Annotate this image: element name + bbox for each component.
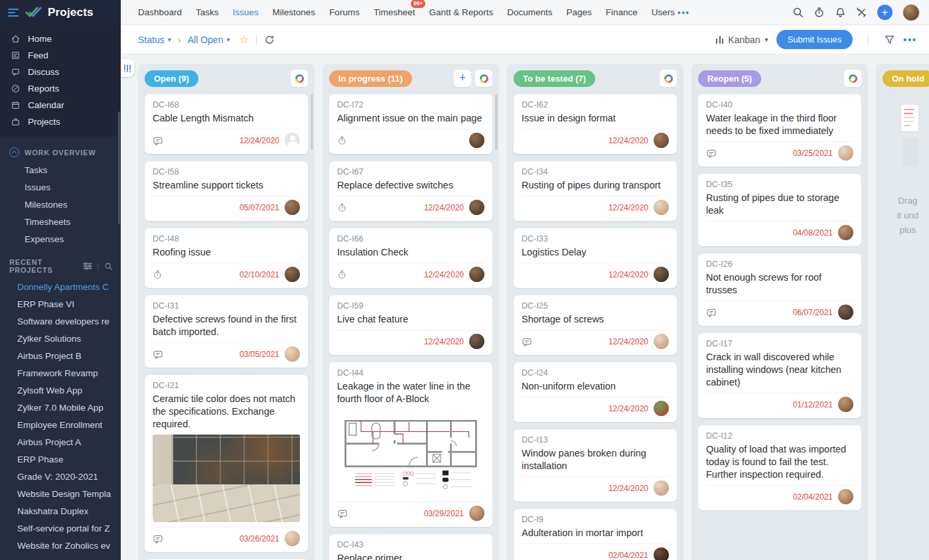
issue-card[interactable]: DC-I66 Insulation Check (329, 228, 492, 288)
nav-item[interactable]: Issues (232, 5, 260, 20)
nav-item[interactable]: Gantt & Reports (427, 5, 494, 20)
recent-project-item[interactable]: Airbus Project B (0, 347, 121, 364)
comment-icon[interactable] (706, 307, 717, 318)
tile-photo-attachment[interactable] (153, 435, 300, 522)
favorite-star-icon[interactable]: ☆ (239, 33, 248, 46)
timer-icon[interactable] (337, 202, 347, 212)
issue-card[interactable]: DC-I21 Ceramic tile color does not match… (145, 375, 308, 552)
sidebar-sub-item[interactable]: Issues (0, 178, 121, 196)
sidebar-sub-item[interactable]: Timesheets (0, 213, 121, 230)
nav-item[interactable]: Timesheet 99+ (372, 5, 417, 20)
column-scrollbar[interactable] (495, 94, 498, 150)
issue-card[interactable]: DC-I43 Replace primer (329, 534, 492, 560)
issue-card[interactable]: DC-I26 Not enough screws for roof trusse… (698, 253, 861, 326)
sidebar-item-projects[interactable]: Projects (0, 113, 121, 130)
assignee-avatar[interactable] (654, 133, 669, 148)
sidebar-item-feed[interactable]: Feed (0, 47, 121, 64)
issue-card[interactable]: DC-I67 Replace defective switches (329, 161, 492, 221)
assignee-avatar[interactable] (469, 334, 484, 349)
column-status-pill[interactable]: In progress (11) (329, 70, 412, 87)
quick-add-button[interactable]: + (877, 5, 893, 20)
issue-card[interactable]: DC-I35 Rusting of pipes due to storage l… (698, 174, 861, 246)
assignee-avatar[interactable] (838, 305, 853, 320)
issue-card[interactable]: DC-I33 Logistics Delay (514, 228, 677, 288)
filter-funnel-icon[interactable] (884, 35, 895, 45)
recent-project-item[interactable]: Self-service portal for Z (0, 520, 121, 537)
recent-project-item[interactable]: Website for Zoholics ev (0, 537, 121, 554)
column-refresh-button[interactable] (475, 70, 492, 87)
comment-icon[interactable] (337, 508, 348, 519)
issue-card[interactable]: DC-I68 Cable Length Mismatch (145, 94, 308, 154)
nav-item[interactable]: Users (650, 5, 676, 20)
assignee-avatar[interactable] (838, 225, 853, 240)
user-avatar[interactable] (902, 4, 920, 21)
column-scrollbar[interactable] (311, 94, 313, 150)
nav-item[interactable]: Forums (328, 5, 361, 20)
sidebar-item-discuss[interactable]: Discuss (0, 64, 121, 80)
comment-icon[interactable] (153, 533, 163, 544)
nav-item[interactable]: Milestones (271, 5, 317, 20)
sidebar-sub-item[interactable]: Expenses (0, 230, 121, 247)
tools-icon[interactable] (856, 7, 867, 18)
assignee-avatar[interactable] (285, 133, 300, 148)
assignee-avatar[interactable] (654, 480, 669, 496)
assignee-avatar[interactable] (469, 267, 484, 282)
issue-card[interactable]: DC-I40 Water leakage in the third floor … (698, 94, 861, 167)
issue-card[interactable]: DC-I59 Live chat feature (329, 295, 492, 355)
recent-project-item[interactable]: Website Design Templa (0, 485, 121, 502)
assignee-avatar[interactable] (838, 145, 853, 161)
nav-more-icon[interactable]: ••• (678, 7, 689, 17)
assignee-avatar[interactable] (654, 267, 669, 282)
submit-issues-button[interactable]: Submit Issues (776, 30, 853, 49)
breadcrumb-filter-dropdown[interactable]: All Open▾ (188, 35, 230, 45)
issue-card[interactable]: DC-I48 Roofing issue (145, 228, 308, 288)
search-icon[interactable] (792, 7, 804, 18)
nav-item[interactable]: Finance (605, 5, 639, 20)
sidebar-scrollbar[interactable] (118, 111, 120, 224)
sidebar-item-home[interactable]: Home (0, 31, 121, 47)
sidebar-sub-item[interactable]: Milestones (0, 196, 121, 213)
sidebar-sub-item[interactable]: Tasks (0, 161, 121, 178)
nav-item[interactable]: Documents (506, 5, 553, 20)
view-mode-dropdown[interactable]: Kanban ▾ (716, 35, 768, 45)
recent-project-item[interactable]: Airbus Project A (0, 433, 121, 451)
nav-item[interactable]: Tasks (194, 5, 220, 20)
issue-card[interactable]: DC-I31 Defective screws found in the fir… (145, 295, 308, 368)
recent-project-item[interactable]: Donnelly Apartments C (0, 278, 121, 295)
issue-card[interactable]: DC-I34 Rusting of pipes during transport (514, 161, 677, 221)
column-refresh-button[interactable] (844, 70, 861, 87)
assignee-avatar[interactable] (285, 346, 300, 362)
recent-project-item[interactable]: Nexus Language Hub (0, 554, 121, 560)
issue-card[interactable]: DC-I12 Quality of load that was imported… (698, 425, 861, 510)
issue-card[interactable]: DC-I17 Crack in wall discovered while in… (698, 333, 861, 418)
sidebar-item-reports[interactable]: Reports (0, 80, 121, 97)
assignee-avatar[interactable] (838, 397, 853, 412)
nav-item[interactable]: Dashboard (137, 5, 183, 20)
nav-item[interactable]: Pages (565, 5, 593, 20)
column-status-pill[interactable]: To be tested (7) (514, 70, 595, 87)
comment-icon[interactable] (522, 336, 532, 347)
assignee-avatar[interactable] (654, 547, 669, 560)
issue-card[interactable]: DC-I25 Shortage of screws (514, 295, 677, 355)
bell-icon[interactable] (835, 7, 846, 18)
column-status-pill[interactable]: On hold (883, 70, 929, 87)
assignee-avatar[interactable] (285, 531, 300, 546)
assignee-avatar[interactable] (285, 200, 300, 215)
assignee-avatar[interactable] (285, 267, 300, 282)
assignee-avatar[interactable] (654, 200, 669, 215)
column-status-pill[interactable]: Reopen (5) (698, 70, 761, 87)
assignee-avatar[interactable] (654, 401, 669, 416)
timer-icon[interactable] (814, 7, 825, 18)
assignee-avatar[interactable] (469, 200, 484, 215)
assignee-avatar[interactable] (469, 133, 484, 148)
filter-sliders-icon[interactable] (83, 262, 92, 270)
issue-card[interactable]: DC-I58 Streamline support tickets (145, 161, 308, 221)
hamburger-menu-icon[interactable] (8, 9, 19, 17)
recent-project-item[interactable]: Framework Revamp (0, 364, 121, 382)
recent-project-item[interactable]: ERP Phase VI (0, 295, 121, 313)
collapse-section-icon[interactable] (9, 147, 19, 157)
column-refresh-button[interactable] (291, 70, 308, 87)
issue-card[interactable]: DC-I24 Non-uniform elevation (514, 362, 677, 422)
assignee-avatar[interactable] (469, 506, 484, 521)
recent-project-item[interactable]: Software developers re (0, 313, 121, 330)
